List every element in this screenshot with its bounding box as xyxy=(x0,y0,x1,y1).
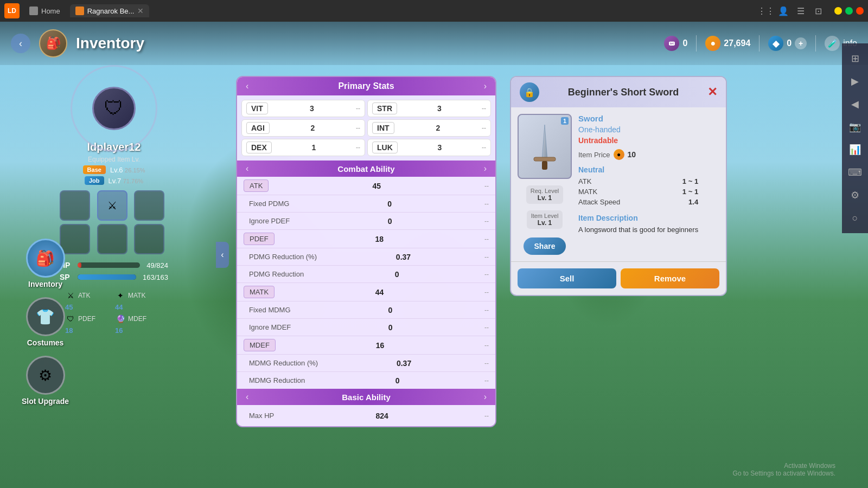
fixed-mdmg-label: Fixed MDMG xyxy=(244,304,296,316)
job-level-row: Job Lv.7 71.76% xyxy=(85,176,143,185)
item-atk-range: 1 ~ 1 xyxy=(682,177,698,185)
keyboard-icon[interactable]: ⌨ xyxy=(844,162,866,183)
coin-value: 27,694 xyxy=(724,38,750,48)
int-arrow: -- xyxy=(482,124,486,132)
item-untradable: Untradable xyxy=(578,136,698,145)
camera-icon[interactable]: 📷 xyxy=(844,116,866,138)
title-bar: LD Home Ragnarok Be... ✕ ⋮⋮ 👤 ☰ ⊡ xyxy=(0,0,868,22)
pdef-combat-row: PDEF 18 -- xyxy=(237,230,495,248)
equip-slot-5[interactable] xyxy=(97,224,127,254)
ignore-pdef-value: 0 xyxy=(388,217,392,226)
nav-inventory[interactable]: 🎒 Inventory xyxy=(22,239,69,288)
equip-slot-2[interactable]: ⚔ xyxy=(97,190,127,221)
costumes-nav-label: Costumes xyxy=(27,338,64,347)
fixed-pdmg-value: 0 xyxy=(387,200,392,208)
coin-icon: ● xyxy=(705,36,720,51)
character-avatar: 🛡 xyxy=(71,65,157,152)
mdef-mini-stat: 🔮 MDEF xyxy=(115,313,163,324)
inventory-nav-icon: 🎒 xyxy=(26,239,65,278)
svg-rect-2 xyxy=(542,161,547,170)
minimize-btn[interactable] xyxy=(834,7,842,15)
fixed-mdmg-row: Fixed MDMG 0 -- xyxy=(237,301,495,319)
bar-chart-icon[interactable]: 📊 xyxy=(844,139,866,160)
share-button[interactable]: Share xyxy=(524,237,566,255)
home-tab-label: Home xyxy=(41,7,60,15)
mdef-combat-row: MDEF 16 -- xyxy=(237,336,495,355)
dex-arrow: -- xyxy=(356,144,360,151)
str-row: STR 3 -- xyxy=(367,100,491,117)
square-icon[interactable]: ⊡ xyxy=(813,5,824,16)
back-button[interactable]: ‹ xyxy=(11,34,30,53)
equip-slot-1[interactable] xyxy=(60,190,90,221)
str-label: STR xyxy=(372,102,397,114)
game-tab[interactable]: Ragnarok Be... ✕ xyxy=(70,4,150,17)
home-tab[interactable]: Home xyxy=(24,4,66,17)
luk-value: 3 xyxy=(437,143,442,152)
circle-icon[interactable]: ○ xyxy=(844,207,866,229)
pdmg-reduction-row: PDMG Reduction 0 -- xyxy=(237,266,495,283)
settings-gear-icon[interactable]: ⚙ xyxy=(844,184,866,206)
basic-arrow-right: › xyxy=(484,392,487,402)
collapse-arrow-btn[interactable]: ‹ xyxy=(216,242,229,268)
hamburger-icon[interactable]: ☰ xyxy=(795,5,806,16)
sword-image-svg xyxy=(526,122,564,171)
close-btn[interactable] xyxy=(856,7,864,15)
costumes-nav-icon: 👕 xyxy=(26,297,65,336)
sell-button[interactable]: Sell xyxy=(518,268,616,288)
close-tab-btn[interactable]: ✕ xyxy=(137,7,144,15)
matk-val-row: 44 xyxy=(115,303,163,311)
agi-row: AGI 2 -- xyxy=(241,119,365,137)
matk-mini-val: 44 xyxy=(115,303,123,311)
hp-values: 49/824 xyxy=(146,261,168,269)
item-matk-label: MATK xyxy=(578,188,597,196)
page-title: Inventory xyxy=(76,35,144,52)
item-price-label: Item Price xyxy=(578,151,610,159)
arrow-right-icon[interactable]: ▶ xyxy=(844,70,866,92)
game-tab-icon xyxy=(75,7,84,15)
primary-stats-grid: VIT 3 -- STR 3 -- AGI 2 -- IN xyxy=(241,100,491,156)
int-row: INT 2 -- xyxy=(367,119,491,137)
divider-1 xyxy=(696,35,697,52)
grid-icon[interactable]: ⊞ xyxy=(844,48,866,69)
maximize-btn[interactable] xyxy=(845,7,853,15)
menu-icon[interactable]: ⋮⋮ xyxy=(761,5,771,16)
equip-slot-3[interactable] xyxy=(134,190,164,221)
item-price-row: Item Price ● 10 xyxy=(578,149,698,160)
dex-label: DEX xyxy=(246,142,272,153)
level-row: Base Lv.6 26.15% xyxy=(83,165,145,174)
fixed-pdmg-row: Fixed PDMG 0 -- xyxy=(237,195,495,213)
combat-ability-title: Combat Ability xyxy=(248,164,483,174)
ldplayer-logo: LD xyxy=(4,3,20,18)
combat-ability-content: ATK 45 -- Fixed PDMG 0 -- Ignore PDEF 0 … xyxy=(237,177,495,389)
close-item-panel-btn[interactable]: ✕ xyxy=(707,85,717,99)
pdmg-reduction-pct-label: PDMG Reduction (%) xyxy=(244,251,322,262)
coin-currency: ● 27,694 xyxy=(705,36,750,51)
basic-ability-content: Max HP 824 -- xyxy=(237,405,495,426)
add-gem-btn[interactable]: + xyxy=(795,37,807,49)
matk-mini-stat: ✦ MATK xyxy=(115,290,163,301)
base-badge: Base xyxy=(83,165,106,174)
primary-stats-content: VIT 3 -- STR 3 -- AGI 2 -- IN xyxy=(237,95,495,160)
atk-mini-stat: ⚔ ATK xyxy=(65,290,113,301)
home-tab-icon xyxy=(29,7,38,15)
right-controls-panel: ⊞ ▶ ◀ 📷 📊 ⌨ ⚙ ○ xyxy=(842,43,868,233)
remove-button[interactable]: Remove xyxy=(621,268,719,288)
nav-slot-upgrade[interactable]: ⚙ Slot Upgrade xyxy=(22,356,69,406)
dex-row: DEX 1 -- xyxy=(241,139,365,156)
divider-2 xyxy=(759,35,760,52)
arrow-left-icon[interactable]: ◀ xyxy=(844,93,866,115)
ignore-pdef-label: Ignore PDEF xyxy=(244,215,295,227)
nav-costumes[interactable]: 👕 Costumes xyxy=(22,297,69,347)
max-hp-label: Max HP xyxy=(244,410,279,421)
item-type-sword: Sword xyxy=(578,114,698,123)
max-hp-value: 824 xyxy=(375,412,388,420)
profile-icon[interactable]: 👤 xyxy=(778,5,789,16)
item-attack-speed-row: Attack Speed 1.4 xyxy=(578,197,698,207)
item-panel-title: Beginner's Short Sword xyxy=(539,87,707,98)
equip-slot-6[interactable] xyxy=(134,224,164,254)
mdmg-reduction-label: MDMG Reduction xyxy=(244,375,310,386)
job-level: Lv.7 71.76% xyxy=(108,177,144,185)
req-level-label: Req. Level xyxy=(531,188,559,194)
pdmg-reduction-pct-value: 0.37 xyxy=(396,253,411,261)
fixed-mdmg-value: 0 xyxy=(388,306,392,314)
